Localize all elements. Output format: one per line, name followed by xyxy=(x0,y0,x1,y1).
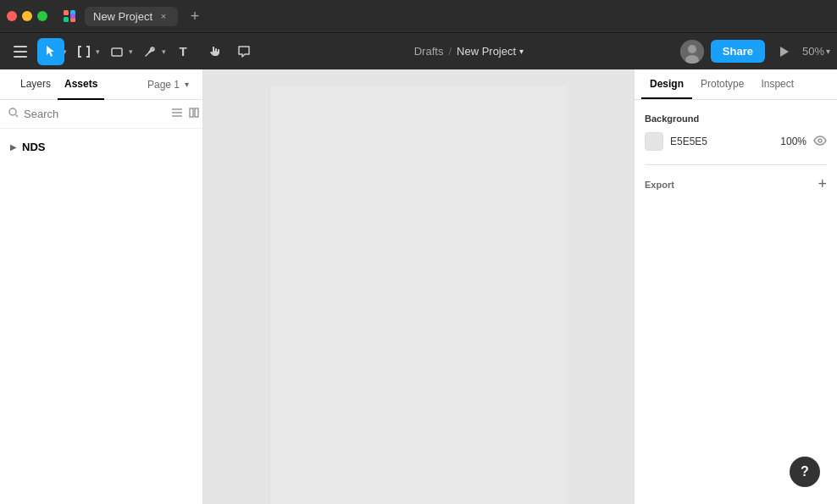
svg-point-20 xyxy=(9,108,16,115)
project-name[interactable]: New Project ▾ xyxy=(457,45,524,58)
avatar xyxy=(680,40,704,64)
list-view-icon[interactable] xyxy=(171,107,183,121)
toolbar-right: Share 50% ▾ xyxy=(680,40,830,64)
visibility-icon[interactable] xyxy=(813,135,827,148)
svg-rect-5 xyxy=(14,46,27,47)
share-button[interactable]: Share xyxy=(711,40,765,63)
background-section-label: Background xyxy=(645,114,827,124)
svg-rect-6 xyxy=(14,51,27,53)
color-hex: E5E5E5 xyxy=(670,136,773,147)
search-input[interactable] xyxy=(24,108,166,120)
zoom-control[interactable]: 50% ▾ xyxy=(802,45,830,58)
close-button[interactable] xyxy=(7,11,17,21)
project-name-chevron: ▾ xyxy=(519,47,524,56)
play-button[interactable] xyxy=(772,40,795,64)
panel-tabs: Layers Assets Page 1 ▾ xyxy=(0,69,202,100)
drafts-label[interactable]: Drafts xyxy=(414,45,444,58)
page-selector[interactable]: Page 1 ▾ xyxy=(147,79,189,91)
svg-rect-14 xyxy=(112,48,122,56)
page-label: Page 1 xyxy=(147,79,180,91)
zoom-level: 50% xyxy=(802,45,824,58)
background-row: E5E5E5 100% xyxy=(645,132,827,151)
text-tool-button[interactable]: T xyxy=(169,38,197,65)
svg-rect-13 xyxy=(88,46,90,58)
svg-point-4 xyxy=(70,14,75,19)
breadcrumb: Drafts / New Project ▾ xyxy=(261,45,677,58)
canvas[interactable] xyxy=(203,69,634,504)
export-add-button[interactable]: + xyxy=(818,175,827,193)
shape-tool-button[interactable] xyxy=(103,38,130,65)
tab-close-button[interactable]: × xyxy=(158,10,169,22)
help-button[interactable]: ? xyxy=(790,457,820,487)
svg-rect-0 xyxy=(64,10,69,15)
hand-tool-button[interactable] xyxy=(200,38,227,65)
svg-rect-7 xyxy=(14,56,27,58)
assets-list: ▶ NDS xyxy=(0,129,202,165)
breadcrumb-separator: / xyxy=(448,45,452,58)
book-icon[interactable] xyxy=(188,107,200,121)
divider xyxy=(645,164,827,165)
asset-group-name: NDS xyxy=(22,141,45,153)
maximize-button[interactable] xyxy=(37,11,47,21)
zoom-chevron: ▾ xyxy=(826,47,830,56)
canvas-page xyxy=(270,86,567,504)
svg-point-25 xyxy=(818,139,822,142)
svg-marker-19 xyxy=(780,47,789,57)
menu-button[interactable] xyxy=(7,38,34,65)
select-tool-button[interactable] xyxy=(37,38,64,65)
title-bar: New Project × + xyxy=(0,0,837,32)
export-section-label: Export xyxy=(645,180,674,190)
active-tab[interactable]: New Project × xyxy=(85,7,178,26)
frame-tool-group: ▾ xyxy=(70,38,100,65)
right-tabs: Design Prototype Inspect xyxy=(635,69,837,100)
frame-tool-button[interactable] xyxy=(70,38,97,65)
color-swatch[interactable] xyxy=(645,132,663,151)
search-icon xyxy=(8,108,19,120)
left-panel: Layers Assets Page 1 ▾ xyxy=(0,69,203,504)
add-tab-button[interactable]: + xyxy=(185,6,205,26)
project-name-text: New Project xyxy=(457,45,516,58)
right-content: Background E5E5E5 100% Export + xyxy=(635,100,837,504)
pen-tool-group: ▾ xyxy=(136,38,166,65)
svg-line-21 xyxy=(16,115,19,118)
search-bar xyxy=(0,100,202,129)
tab-prototype[interactable]: Prototype xyxy=(692,69,752,99)
toolbar: ▾ ▾ ▾ ▾ xyxy=(0,32,837,69)
comment-tool-button[interactable] xyxy=(230,38,258,65)
pen-tool-button[interactable] xyxy=(136,38,164,65)
svg-point-17 xyxy=(688,45,696,53)
tab-name: New Project xyxy=(93,10,152,23)
window-controls xyxy=(7,11,47,21)
svg-rect-12 xyxy=(78,46,80,58)
tab-assets[interactable]: Assets xyxy=(58,70,104,100)
select-tool-group: ▾ xyxy=(37,38,67,65)
asset-group-nds[interactable]: ▶ NDS xyxy=(0,136,202,158)
svg-rect-2 xyxy=(64,17,69,22)
tab-design[interactable]: Design xyxy=(641,69,692,99)
export-row: Export + xyxy=(645,175,827,193)
right-panel: Design Prototype Inspect Background E5E5… xyxy=(634,69,837,504)
shape-tool-group: ▾ xyxy=(103,38,133,65)
tab-inspect[interactable]: Inspect xyxy=(752,69,802,99)
color-opacity: 100% xyxy=(780,136,807,147)
tab-layers[interactable]: Layers xyxy=(14,70,58,100)
page-chevron: ▾ xyxy=(185,80,189,89)
asset-group-arrow: ▶ xyxy=(10,142,17,152)
figma-icon xyxy=(61,8,78,25)
search-actions xyxy=(171,107,200,121)
main-layout: Layers Assets Page 1 ▾ xyxy=(0,69,837,504)
minimize-button[interactable] xyxy=(22,11,32,21)
